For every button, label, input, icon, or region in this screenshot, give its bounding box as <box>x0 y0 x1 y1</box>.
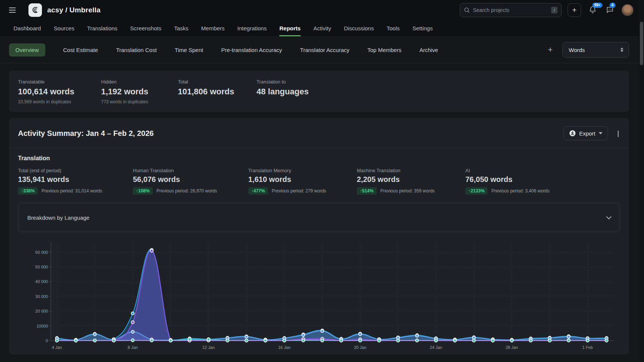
stat-label: Total (end of period) <box>18 168 133 173</box>
messages-badge: 4 <box>610 3 616 8</box>
data-point-translation-memory[interactable] <box>112 339 115 342</box>
nav-tab-reports[interactable]: Reports <box>279 20 301 36</box>
data-point-translation-memory[interactable] <box>434 339 437 342</box>
y-axis-tick-label: 30 000 <box>35 294 48 299</box>
subnav-tab-translation-cost[interactable]: Translation Cost <box>116 43 157 57</box>
data-point-translation-memory[interactable] <box>283 339 286 342</box>
data-point-total[interactable] <box>131 312 134 315</box>
data-point-translation-memory[interactable] <box>529 339 532 342</box>
data-point-translation-memory[interactable] <box>226 339 229 342</box>
nav-tab-tools[interactable]: Tools <box>386 20 400 36</box>
nav-tab-members[interactable]: Members <box>201 20 225 36</box>
nav-tab-sources[interactable]: Sources <box>54 20 74 36</box>
data-point-translation-memory[interactable] <box>169 339 172 342</box>
translation-stat-total-end-of-period: Total (end of period)135,941 words↑338%P… <box>18 168 133 195</box>
subnav-tab-overview[interactable]: Overview <box>9 43 45 57</box>
data-point-translation-memory[interactable] <box>302 339 305 342</box>
search-input[interactable] <box>473 7 548 13</box>
previous-period-text: Previous period: 279 words <box>272 188 326 194</box>
data-point-translation-memory[interactable] <box>150 339 153 342</box>
create-button[interactable]: + <box>568 3 581 17</box>
data-point-ai[interactable] <box>131 321 134 324</box>
nav-tab-tasks[interactable]: Tasks <box>174 20 188 36</box>
reports-subnav: OverviewCost EstimateTranslation CostTim… <box>0 37 644 63</box>
data-point-translation-memory[interactable] <box>453 339 456 342</box>
export-button[interactable]: Export <box>564 126 608 140</box>
data-point-translation-memory[interactable] <box>359 339 362 342</box>
previous-period-text: Previous period: 26,970 words <box>157 188 217 194</box>
data-point-translation-memory[interactable] <box>586 339 589 342</box>
breakdown-by-language-panel[interactable]: Breakdown by Language <box>18 203 620 232</box>
subnav-tab-translator-accuracy[interactable]: Translator Accuracy <box>300 43 349 57</box>
data-point-translation-memory[interactable] <box>397 339 400 342</box>
data-point-human-translation[interactable] <box>416 334 419 337</box>
data-point-translation-memory[interactable] <box>131 339 134 342</box>
change-badge: ↑108% <box>133 187 153 195</box>
x-axis-tick-label: 24 Jan <box>430 345 442 350</box>
data-point-translation-memory[interactable] <box>321 339 324 342</box>
data-point-translation-memory[interactable] <box>416 339 419 342</box>
nav-tab-translations[interactable]: Translations <box>87 20 117 36</box>
activity-chart: 01000020 00030 00040 00050 00060 0004 Ja… <box>18 239 620 355</box>
subnav-tab-cost-estimate[interactable]: Cost Estimate <box>63 43 98 57</box>
collapse-section-button[interactable] <box>616 129 620 138</box>
nav-tab-dashboard[interactable]: Dashboard <box>13 20 41 36</box>
data-point-human-translation[interactable] <box>359 333 362 336</box>
data-point-translation-memory[interactable] <box>605 339 608 342</box>
main-nav: DashboardSourcesTranslationsScreenshotsT… <box>0 20 644 37</box>
add-report-button[interactable]: + <box>548 46 553 54</box>
data-point-translation-memory[interactable] <box>473 339 476 342</box>
translation-stat-human-translation: Human Translation56,076 words↑108%Previo… <box>133 168 248 195</box>
page-scrollbar[interactable] <box>639 0 644 362</box>
data-point-translation-memory[interactable] <box>567 339 570 342</box>
user-avatar[interactable] <box>622 4 634 16</box>
data-point-ai[interactable] <box>150 249 153 252</box>
subnav-tab-time-spent[interactable]: Time Spent <box>175 43 203 57</box>
data-point-translation-memory[interactable] <box>245 339 248 342</box>
x-axis-tick-label: 20 Jan <box>354 345 366 350</box>
nav-tab-activity[interactable]: Activity <box>313 20 331 36</box>
nav-tab-discussions[interactable]: Discussions <box>344 20 374 36</box>
subnav-tab-pre-translation-accuracy[interactable]: Pre-translation Accuracy <box>221 43 282 57</box>
data-point-human-translation[interactable] <box>567 335 570 338</box>
stat-label: Hidden <box>101 79 178 85</box>
nav-tab-integrations[interactable]: Integrations <box>237 20 267 36</box>
data-point-human-translation[interactable] <box>131 330 134 333</box>
stat-label: Translatable <box>18 79 101 85</box>
data-point-translation-memory[interactable] <box>264 339 267 342</box>
summary-stat-hidden: Hidden1,192 words773 words in duplicates <box>101 79 178 104</box>
unit-selector-dropdown[interactable]: Words <box>562 42 629 58</box>
data-point-translation-memory[interactable] <box>510 339 513 342</box>
hamburger-menu-icon[interactable] <box>7 5 18 15</box>
x-axis-tick-label: 16 Jan <box>278 345 291 350</box>
data-point-translation-memory[interactable] <box>93 339 96 342</box>
export-label: Export <box>579 130 595 137</box>
data-point-translation-memory[interactable] <box>55 339 58 342</box>
stat-value: 76,050 words <box>465 175 550 184</box>
data-point-translation-memory[interactable] <box>75 339 78 342</box>
data-point-translation-memory[interactable] <box>491 339 494 342</box>
divider <box>9 148 629 148</box>
select-arrows-icon <box>620 48 623 52</box>
data-point-human-translation[interactable] <box>93 333 96 336</box>
data-point-human-translation[interactable] <box>245 335 248 338</box>
nav-tab-settings[interactable]: Settings <box>412 20 432 36</box>
data-point-translation-memory[interactable] <box>207 338 210 341</box>
y-axis-tick-label: 10000 <box>36 324 48 328</box>
data-point-translation-memory[interactable] <box>548 339 551 342</box>
notifications-button[interactable]: 99+ <box>587 4 598 16</box>
previous-period-text: Previous period: 31,014 words <box>42 188 102 194</box>
data-point-human-translation[interactable] <box>302 334 305 337</box>
data-point-human-translation[interactable] <box>321 329 324 332</box>
data-point-translation-memory[interactable] <box>188 338 191 341</box>
subnav-tab-top-members[interactable]: Top Members <box>367 43 401 57</box>
data-point-translation-memory[interactable] <box>340 339 343 342</box>
subnav-tab-archive[interactable]: Archive <box>419 43 438 57</box>
search-input-wrapper[interactable]: / <box>460 3 562 17</box>
messages-button[interactable]: 4 <box>604 4 616 16</box>
project-logo[interactable] <box>28 3 42 17</box>
stat-value: 56,076 words <box>133 175 248 184</box>
nav-tab-screenshots[interactable]: Screenshots <box>130 20 161 36</box>
scrollbar-thumb[interactable] <box>640 22 643 65</box>
data-point-translation-memory[interactable] <box>378 339 381 342</box>
